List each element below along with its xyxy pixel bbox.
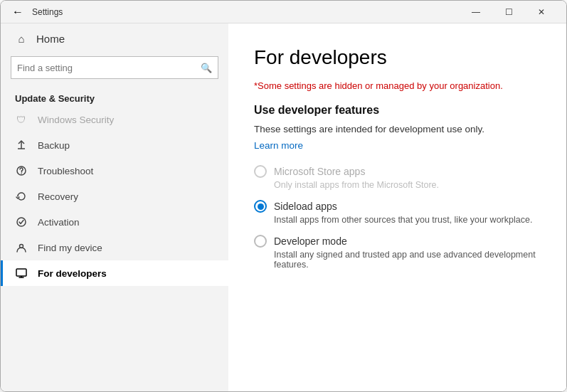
content-area: For developers *Some settings are hidden… <box>228 23 566 391</box>
radio-developer-mode[interactable] <box>254 235 267 248</box>
minimize-button[interactable]: — <box>460 1 492 23</box>
sidebar-item-troubleshoot[interactable]: Troubleshoot <box>1 158 228 184</box>
troubleshoot-icon <box>15 164 28 177</box>
sidebar-item-label: For developers <box>38 268 107 279</box>
sidebar-item-label: Find my device <box>38 243 102 253</box>
svg-rect-6 <box>16 269 26 276</box>
window-controls: — ☐ ✕ <box>460 1 558 23</box>
close-button[interactable]: ✕ <box>525 1 558 23</box>
sidebar-item-label: Backup <box>38 140 70 151</box>
search-icon: 🔍 <box>201 63 212 73</box>
backup-icon <box>15 139 28 152</box>
sidebar-item-for-developers[interactable]: For developers <box>1 260 228 286</box>
radio-label-developer-mode: Developer mode <box>274 235 347 247</box>
sidebar-item-recovery[interactable]: Recovery <box>1 184 228 209</box>
window-title: Settings <box>32 7 460 17</box>
recovery-icon <box>15 190 28 203</box>
sidebar-item-find-my-device[interactable]: Find my device <box>1 235 228 260</box>
sidebar-item-activation[interactable]: Activation <box>1 209 228 235</box>
radio-sideload[interactable] <box>254 200 267 213</box>
svg-point-3 <box>21 173 22 174</box>
activation-icon <box>15 216 28 228</box>
close-icon: ✕ <box>538 7 545 17</box>
title-bar: ← Settings — ☐ ✕ <box>1 1 566 23</box>
main-area: ⌂ Home 🔍 Update & Security 🛡 Windows Sec… <box>1 23 566 391</box>
settings-window: ← Settings — ☐ ✕ ⌂ Home 🔍 <box>0 0 567 392</box>
back-button[interactable]: ← <box>9 4 26 21</box>
sidebar: ⌂ Home 🔍 Update & Security 🛡 Windows Sec… <box>1 23 228 391</box>
radio-desc-sideload: Install apps from other sources that you… <box>274 215 541 225</box>
page-title: For developers <box>254 46 541 69</box>
home-label: Home <box>36 33 65 45</box>
radio-label-row: Sideload apps <box>254 200 541 213</box>
radio-group: Microsoft Store apps Only install apps f… <box>254 165 541 280</box>
section-description: These settings are intended for developm… <box>254 124 541 134</box>
section-title: Update & Security <box>1 88 228 107</box>
org-warning: *Some settings are hidden or managed by … <box>254 80 541 91</box>
radio-label-sideload: Sideload apps <box>274 201 337 212</box>
radio-option-developer-mode: Developer mode Install any signed and tr… <box>254 235 541 270</box>
search-box[interactable]: 🔍 <box>11 56 218 79</box>
radio-desc-microsoft-store: Only install apps from the Microsoft Sto… <box>274 180 541 190</box>
sidebar-item-home[interactable]: ⌂ Home <box>1 23 228 53</box>
sidebar-item-windows-security[interactable]: 🛡 Windows Security <box>1 107 228 132</box>
sidebar-item-backup[interactable]: Backup <box>1 132 228 158</box>
sidebar-item-label: Activation <box>38 217 80 228</box>
section-heading: Use developer features <box>254 104 541 117</box>
home-icon: ⌂ <box>15 32 28 45</box>
maximize-button[interactable]: ☐ <box>492 1 525 23</box>
sidebar-item-label: Recovery <box>38 191 78 202</box>
back-icon: ← <box>12 6 23 18</box>
maximize-icon: ☐ <box>505 7 513 17</box>
radio-label-row: Microsoft Store apps <box>254 165 541 178</box>
find-my-device-icon <box>15 241 28 254</box>
radio-desc-developer-mode: Install any signed and trusted app and u… <box>274 250 541 270</box>
radio-label-microsoft-store: Microsoft Store apps <box>274 166 365 177</box>
for-developers-icon <box>15 267 28 280</box>
search-input[interactable] <box>17 63 201 73</box>
radio-microsoft-store[interactable] <box>254 165 267 178</box>
windows-security-icon: 🛡 <box>15 113 28 126</box>
sidebar-item-label: Windows Security <box>38 115 114 125</box>
learn-more-link[interactable]: Learn more <box>254 140 303 151</box>
minimize-icon: — <box>472 7 480 17</box>
radio-option-microsoft-store: Microsoft Store apps Only install apps f… <box>254 165 541 190</box>
svg-point-4 <box>17 218 26 226</box>
sidebar-item-label: Troubleshoot <box>38 166 93 176</box>
radio-label-row: Developer mode <box>254 235 541 248</box>
radio-option-sideload: Sideload apps Install apps from other so… <box>254 200 541 225</box>
